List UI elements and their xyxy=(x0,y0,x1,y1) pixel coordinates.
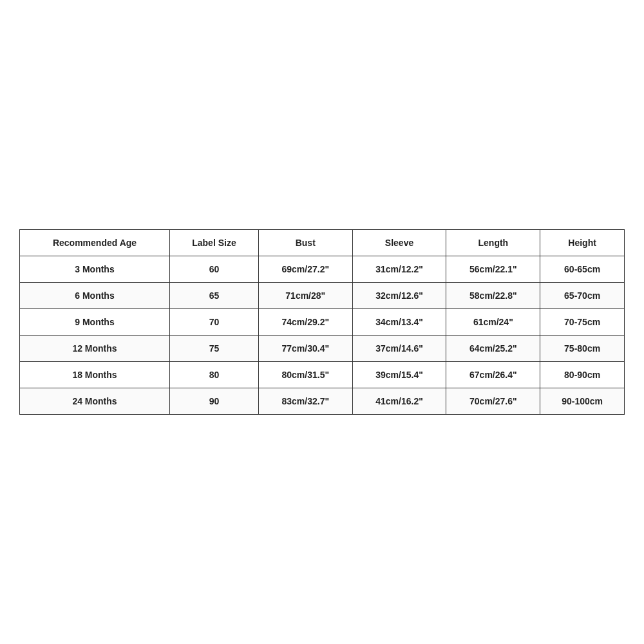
cell-bust: 69cm/27.2" xyxy=(258,256,352,283)
cell-bust: 74cm/29.2" xyxy=(258,309,352,336)
header-height: Height xyxy=(540,230,625,256)
cell-height: 75-80cm xyxy=(540,336,625,362)
cell-sleeve: 34cm/13.4" xyxy=(352,309,446,336)
cell-height: 70-75cm xyxy=(540,309,625,336)
header-length: Length xyxy=(446,230,540,256)
cell-sleeve: 31cm/12.2" xyxy=(352,256,446,283)
cell-sleeve: 41cm/16.2" xyxy=(352,388,446,415)
cell-length: 64cm/25.2" xyxy=(446,336,540,362)
cell-label_size: 80 xyxy=(170,362,259,388)
cell-label_size: 65 xyxy=(170,283,259,309)
cell-age: 12 Months xyxy=(20,336,170,362)
size-chart-table: Recommended Age Label Size Bust Sleeve L… xyxy=(19,229,625,415)
table-row: 12 Months7577cm/30.4"37cm/14.6"64cm/25.2… xyxy=(20,336,625,362)
cell-label_size: 70 xyxy=(170,309,259,336)
cell-bust: 77cm/30.4" xyxy=(258,336,352,362)
cell-age: 6 Months xyxy=(20,283,170,309)
cell-length: 58cm/22.8" xyxy=(446,283,540,309)
cell-age: 24 Months xyxy=(20,388,170,415)
table-row: 6 Months6571cm/28"32cm/12.6"58cm/22.8"65… xyxy=(20,283,625,309)
header-recommended-age: Recommended Age xyxy=(20,230,170,256)
cell-bust: 80cm/31.5" xyxy=(258,362,352,388)
cell-label_size: 75 xyxy=(170,336,259,362)
header-bust: Bust xyxy=(258,230,352,256)
table-header-row: Recommended Age Label Size Bust Sleeve L… xyxy=(20,230,625,256)
cell-height: 80-90cm xyxy=(540,362,625,388)
table-row: 24 Months9083cm/32.7"41cm/16.2"70cm/27.6… xyxy=(20,388,625,415)
cell-sleeve: 37cm/14.6" xyxy=(352,336,446,362)
table-row: 9 Months7074cm/29.2"34cm/13.4"61cm/24"70… xyxy=(20,309,625,336)
cell-sleeve: 32cm/12.6" xyxy=(352,283,446,309)
cell-length: 61cm/24" xyxy=(446,309,540,336)
cell-age: 3 Months xyxy=(20,256,170,283)
table-row: 3 Months6069cm/27.2"31cm/12.2"56cm/22.1"… xyxy=(20,256,625,283)
cell-length: 70cm/27.6" xyxy=(446,388,540,415)
cell-height: 90-100cm xyxy=(540,388,625,415)
cell-sleeve: 39cm/15.4" xyxy=(352,362,446,388)
table-row: 18 Months8080cm/31.5"39cm/15.4"67cm/26.4… xyxy=(20,362,625,388)
cell-bust: 71cm/28" xyxy=(258,283,352,309)
size-chart-container: Recommended Age Label Size Bust Sleeve L… xyxy=(19,229,625,415)
cell-length: 67cm/26.4" xyxy=(446,362,540,388)
cell-height: 65-70cm xyxy=(540,283,625,309)
header-sleeve: Sleeve xyxy=(352,230,446,256)
cell-label_size: 90 xyxy=(170,388,259,415)
cell-label_size: 60 xyxy=(170,256,259,283)
cell-age: 9 Months xyxy=(20,309,170,336)
cell-bust: 83cm/32.7" xyxy=(258,388,352,415)
cell-height: 60-65cm xyxy=(540,256,625,283)
header-label-size: Label Size xyxy=(170,230,259,256)
cell-age: 18 Months xyxy=(20,362,170,388)
cell-length: 56cm/22.1" xyxy=(446,256,540,283)
